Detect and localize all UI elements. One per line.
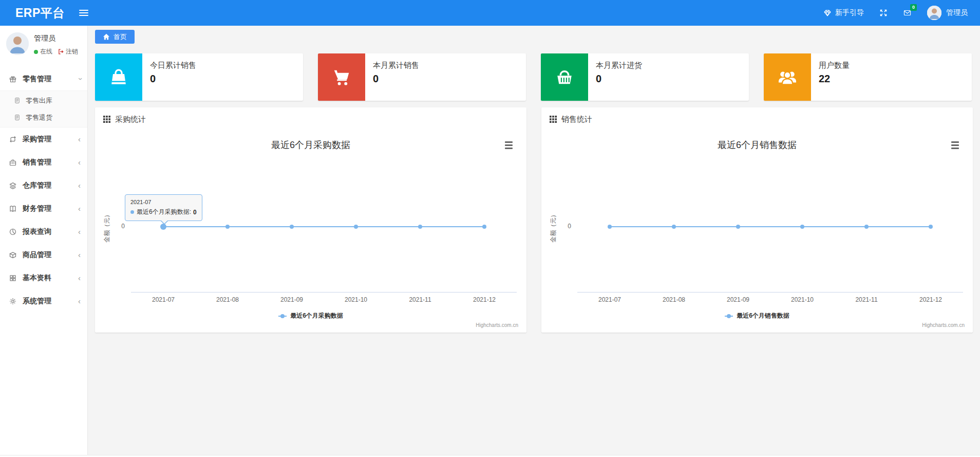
gem-icon <box>823 9 832 17</box>
grid-icon <box>9 274 18 282</box>
data-point[interactable] <box>864 225 869 229</box>
series-marker <box>725 316 733 317</box>
sign-out-icon <box>58 48 64 55</box>
y-axis-label: 0 <box>561 223 571 230</box>
sidebar-item-retail-return[interactable]: 零售退货 <box>0 109 87 126</box>
series-marker <box>130 210 134 214</box>
top-navbar: ERP平台 新手引导 0 <box>0 0 980 26</box>
sidebar-item-warehouse[interactable]: 仓库管理 ‹ <box>0 174 87 197</box>
x-axis-label: 2021-08 <box>216 296 239 303</box>
legend-item[interactable]: 最近6个月采购数据 <box>278 312 343 320</box>
sidebar-item-label: 零售出库 <box>26 96 52 105</box>
briefcase-icon <box>9 158 18 167</box>
file-icon <box>14 97 22 104</box>
highcharts-credit-link[interactable]: Highcharts.com.cn <box>922 322 965 328</box>
sidebar-toggle-button[interactable] <box>79 10 88 16</box>
pie-chart-icon <box>9 228 18 236</box>
legend-item[interactable]: 最近6个月销售数据 <box>725 312 789 320</box>
page-footer <box>0 455 980 457</box>
x-axis-label: 2021-10 <box>345 296 367 303</box>
shopping-bag-icon <box>95 53 142 101</box>
data-point[interactable] <box>929 225 933 229</box>
data-point[interactable] <box>418 225 422 229</box>
stat-value: 0 <box>373 73 419 85</box>
sidebar-item-basic-data[interactable]: 基本资料 ‹ <box>0 266 87 289</box>
series-line <box>163 226 484 227</box>
x-axis-label: 2021-12 <box>473 296 496 303</box>
sidebar-item-label: 零售退货 <box>26 113 52 122</box>
chart-panels-row: 采购统计 最近6个月采购数据 金额（元） 0 2021-07 2021-08 2… <box>95 107 980 333</box>
x-axis-label: 2021-09 <box>727 296 749 303</box>
sidebar: 管理员 在线 注销 <box>0 26 88 457</box>
sidebar-item-label: 报表查询 <box>23 227 51 236</box>
chart-context-menu-button[interactable] <box>950 140 960 150</box>
chevron-left-icon: ‹ <box>78 135 81 143</box>
stat-label: 本月累计销售 <box>373 61 419 70</box>
tooltip-header: 2021-07 <box>130 199 197 205</box>
messages-button[interactable]: 0 <box>903 9 912 17</box>
data-point[interactable] <box>800 225 804 229</box>
stat-value: 22 <box>819 73 850 85</box>
purchase-stats-panel: 采购统计 最近6个月采购数据 金额（元） 0 2021-07 2021-08 2… <box>95 107 526 333</box>
chart-title: 最近6个月销售数据 <box>541 139 973 151</box>
data-point[interactable] <box>608 225 612 229</box>
user-menu[interactable]: 管理员 <box>927 6 968 20</box>
sidebar-item-products[interactable]: 商品管理 ‹ <box>0 243 87 266</box>
fullscreen-button[interactable] <box>879 9 888 17</box>
series-marker <box>278 316 287 317</box>
stat-label: 用户数量 <box>819 61 850 70</box>
chevron-left-icon: ‹ <box>78 228 81 235</box>
chevron-left-icon: ‹ <box>78 158 81 166</box>
sidebar-item-sales[interactable]: 销售管理 ‹ <box>0 151 87 174</box>
data-point[interactable] <box>354 225 358 229</box>
online-label: 在线 <box>40 47 52 56</box>
stat-label: 今日累计销售 <box>150 61 196 70</box>
guide-link[interactable]: 新手引导 <box>823 8 864 17</box>
sidebar-item-system[interactable]: 系统管理 ‹ <box>0 289 87 313</box>
sidebar-item-reports[interactable]: 报表查询 ‹ <box>0 220 87 243</box>
sidebar-item-label: 销售管理 <box>23 158 51 167</box>
x-axis-label: 2021-11 <box>855 296 877 303</box>
x-axis-label: 2021-07 <box>598 296 621 303</box>
x-axis-label: 2021-07 <box>152 296 175 303</box>
y-axis-title: 金额（元） <box>103 202 111 253</box>
stat-cards-row: 今日累计销售 0 本月累计销售 0 <box>95 53 980 101</box>
main-content: 首页 今日累计销售 0 <box>88 26 980 457</box>
data-point[interactable] <box>482 225 486 229</box>
sidebar-item-label: 采购管理 <box>23 135 51 144</box>
sidebar-item-label: 仓库管理 <box>23 181 51 190</box>
x-axis-label: 2021-11 <box>409 296 431 303</box>
sidebar-item-retail[interactable]: 零售管理 ‹ <box>0 67 87 90</box>
user-panel: 管理员 在线 注销 <box>0 26 87 62</box>
book-icon <box>9 205 18 213</box>
layers-icon <box>9 181 18 190</box>
y-axis-title: 金额（元） <box>549 202 558 253</box>
tooltip-value: 0 <box>193 209 197 216</box>
logout-link[interactable]: 注销 <box>58 47 78 56</box>
box-icon <box>9 251 18 259</box>
chevron-left-icon: ‹ <box>78 251 81 259</box>
chevron-left-icon: ‹ <box>78 274 81 282</box>
chevron-left-icon: ‹ <box>78 205 81 212</box>
breadcrumb-home-tab[interactable]: 首页 <box>95 30 135 44</box>
data-point[interactable] <box>672 225 676 229</box>
gift-icon <box>9 75 18 83</box>
data-point[interactable] <box>290 225 294 229</box>
sidebar-item-finance[interactable]: 财务管理 ‹ <box>0 197 87 220</box>
chart-title: 最近6个月采购数据 <box>95 139 526 151</box>
sidebar-item-label: 系统管理 <box>23 297 51 306</box>
sidebar-item-retail-outbound[interactable]: 零售出库 <box>0 92 87 109</box>
x-axis-label: 2021-10 <box>791 296 814 303</box>
highcharts-credit-link[interactable]: Highcharts.com.cn <box>476 322 518 328</box>
breadcrumb-label: 首页 <box>114 32 127 42</box>
data-point[interactable] <box>225 225 230 229</box>
data-point[interactable] <box>736 225 740 229</box>
x-axis-label: 2021-08 <box>663 296 685 303</box>
avatar <box>927 6 941 20</box>
chart-context-menu-button[interactable] <box>504 140 514 150</box>
sidebar-item-purchase[interactable]: 采购管理 ‹ <box>0 127 87 151</box>
sidebar-avatar <box>6 32 29 55</box>
panel-header: 销售统计 <box>541 107 973 131</box>
stat-value: 0 <box>150 73 196 85</box>
stat-card-month-purchase: 本月累计进货 0 <box>541 53 749 101</box>
